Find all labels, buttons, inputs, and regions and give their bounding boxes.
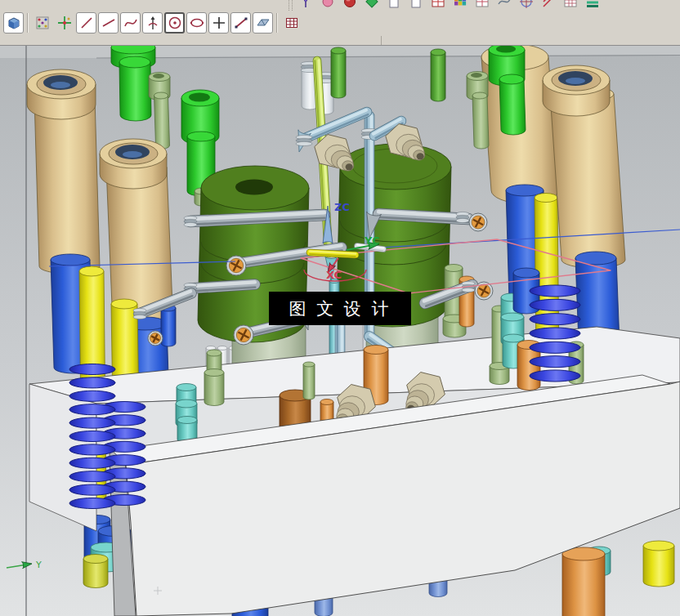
wcs-bar-yellow[interactable] (310, 251, 356, 257)
spreadsheet-icon[interactable] (561, 0, 580, 11)
point-icon[interactable] (517, 0, 536, 11)
color-palette-icon[interactable] (450, 0, 470, 11)
green-screw-right-shaft[interactable] (499, 74, 526, 135)
support-orange-right[interactable] (562, 547, 605, 616)
graphics-viewport[interactable]: ZCYCXCY 图 文 设 计 (0, 46, 680, 616)
table-icon[interactable] (472, 0, 492, 11)
toolbar-top-clipped (0, 0, 680, 11)
ellipse-button[interactable] (186, 12, 207, 33)
toolbar-empty-strip (0, 35, 680, 46)
wcs-label-y[interactable]: YC (364, 234, 380, 247)
cooling-pipe-1-right[interactable] (378, 212, 468, 222)
datum-icon (342, 0, 358, 10)
sketch-icon (298, 0, 314, 10)
stub-yellow-right[interactable] (643, 541, 674, 587)
viewport-canvas[interactable]: ZCYCXCY (0, 46, 680, 616)
point-icon (518, 0, 535, 10)
pin-sage-thin[interactable] (303, 362, 315, 400)
sheet-icon[interactable] (384, 0, 404, 11)
stub-yellow-cup-left[interactable] (83, 555, 108, 588)
spline-icon (496, 0, 512, 10)
cooling-pipe-5-end[interactable] (133, 308, 146, 319)
toolbar-separator (276, 13, 278, 33)
pipe-clamp-2[interactable] (296, 135, 312, 145)
green-screw-left-shaft[interactable] (119, 56, 151, 121)
toolbar-separator (381, 36, 382, 45)
guide-bushing-2-glint (123, 151, 142, 158)
green-rod-mid-2[interactable] (431, 49, 445, 101)
spreadsheet-icon (562, 0, 579, 10)
lines-icon[interactable] (539, 0, 558, 11)
datum-icon[interactable] (340, 0, 360, 11)
cooling-pipe-1-end[interactable] (184, 216, 197, 226)
sheet-icon (386, 0, 402, 10)
point-button[interactable] (208, 12, 229, 33)
sketch-icon[interactable] (296, 0, 315, 11)
layers-icon (584, 0, 601, 10)
hose-fitting-4[interactable] (234, 325, 253, 345)
guide-bushing-1-glint (51, 82, 70, 88)
sheet-surface-button[interactable] (253, 12, 273, 33)
point-dialog-button[interactable] (54, 12, 74, 33)
svg-text:YC: YC (364, 234, 380, 247)
cooling-pipe-3-left[interactable] (190, 282, 255, 291)
toolbar-curve-tools (0, 11, 680, 35)
view-triad-y-label: Y (35, 560, 42, 570)
line-angle-button[interactable] (98, 12, 119, 33)
pin-sage-a-collar[interactable] (204, 369, 224, 406)
table-icon (474, 0, 490, 10)
hose-fitting-1[interactable] (469, 213, 487, 231)
spline-button[interactable] (120, 12, 141, 33)
drafting-icon (430, 0, 446, 10)
dowel-blue-small[interactable] (161, 305, 176, 346)
hose-fitting-5[interactable] (148, 331, 163, 346)
socket-screw-left-shaft[interactable] (154, 92, 170, 149)
layers-icon[interactable] (583, 0, 602, 11)
guide-bushing-3-glint (566, 78, 585, 84)
svg-text:Y: Y (35, 560, 42, 570)
wcs-label-x[interactable]: XC (326, 269, 342, 281)
color-palette-icon (452, 0, 468, 10)
sphere-icon[interactable] (318, 0, 338, 11)
spring-left-1[interactable] (69, 364, 115, 509)
block-icon (364, 0, 380, 10)
spline-icon[interactable] (494, 0, 514, 11)
block-icon[interactable] (362, 0, 382, 11)
svg-text:XC: XC (326, 269, 342, 281)
format-icon (408, 0, 424, 10)
cad-application-window: ZCYCXCY 图 文 设 计 (0, 0, 680, 616)
shaded-view-button[interactable] (3, 12, 24, 33)
green-rod-mid-1[interactable] (331, 47, 346, 98)
toolbar-drag-handle[interactable] (289, 0, 293, 11)
svg-text:ZC: ZC (334, 201, 350, 213)
point-on-curve-button[interactable] (142, 12, 163, 33)
toolbar-separator (27, 13, 29, 33)
hose-fitting-2[interactable] (226, 256, 246, 275)
sphere-icon (320, 0, 336, 10)
cooling-pipe-1-sleeve[interactable] (456, 212, 469, 222)
line-button[interactable] (76, 12, 96, 33)
line-segment-button[interactable] (230, 12, 251, 33)
wcs-label-z[interactable]: ZC (334, 201, 350, 213)
circle-center-button[interactable] (164, 12, 185, 33)
watermark: 图 文 设 计 (269, 292, 411, 325)
grid-button[interactable] (281, 12, 302, 33)
snap-point-button[interactable] (32, 12, 52, 33)
format-icon[interactable] (406, 0, 426, 11)
drafting-icon[interactable] (428, 0, 448, 11)
socket-screw-right-shaft[interactable] (472, 92, 489, 149)
lines-icon (540, 0, 557, 10)
